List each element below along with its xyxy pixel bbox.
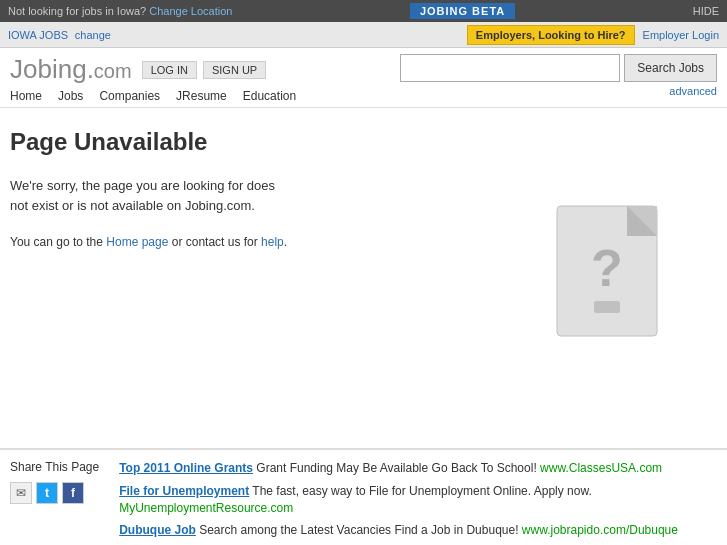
advanced-search-link[interactable]: advanced xyxy=(669,85,717,97)
ad-link-1[interactable]: Top 2011 Online Grants xyxy=(119,461,253,475)
hide-button[interactable]: HIDE xyxy=(693,5,719,17)
auth-links: LOG IN SIGN UP xyxy=(142,61,267,79)
login-button[interactable]: LOG IN xyxy=(142,61,197,79)
content-left: Page Unavailable We're sorry, the page y… xyxy=(10,128,497,428)
ad-link-3[interactable]: Dubuque Job xyxy=(119,523,196,537)
ad-text-1: Grant Funding May Be Available Go Back T… xyxy=(256,461,540,475)
not-looking-text: Not looking for jobs in Iowa? xyxy=(8,5,146,17)
employers-button[interactable]: Employers, Looking to Hire? xyxy=(467,25,635,45)
main-content: Page Unavailable We're sorry, the page y… xyxy=(0,108,727,448)
top-bar: Not looking for jobs in Iowa? Change Loc… xyxy=(0,0,727,22)
sorry-line1: We're sorry, the page you are looking fo… xyxy=(10,178,275,193)
suggestion-mid: or contact us for xyxy=(172,235,258,249)
nav: Home Jobs Companies JResume Education xyxy=(10,89,296,107)
nav-companies[interactable]: Companies xyxy=(99,89,160,103)
nav-jresume[interactable]: JResume xyxy=(176,89,227,103)
ad-text-2: The fast, easy way to File for Unemploym… xyxy=(252,484,592,498)
employer-login-link[interactable]: Employer Login xyxy=(643,29,719,41)
suggestion-text: You can go to the Home page or contact u… xyxy=(10,235,477,249)
logo-com: com xyxy=(94,60,132,82)
ad-item-3: Dubuque Job Search among the Latest Vaca… xyxy=(119,522,717,539)
ad-link-2[interactable]: File for Unemployment xyxy=(119,484,249,498)
share-icons: ✉ t f xyxy=(10,482,99,504)
share-facebook-icon[interactable]: f xyxy=(62,482,84,504)
sorry-line2: not exist or is not available on Jobing.… xyxy=(10,198,255,213)
suggestion-pre: You can go to the xyxy=(10,235,103,249)
share-section: Share This Page ✉ t f xyxy=(10,460,99,545)
search-bar: Search Jobs xyxy=(400,54,717,82)
ads-section: Top 2011 Online Grants Grant Funding May… xyxy=(119,460,717,545)
ad-source-1: www.ClassesUSA.com xyxy=(540,461,662,475)
change-region-link[interactable]: change xyxy=(75,29,111,41)
search-input[interactable] xyxy=(400,54,620,82)
location-bar-left: IOWA JOBS change xyxy=(8,28,111,42)
top-bar-left: Not looking for jobs in Iowa? Change Loc… xyxy=(8,5,232,17)
nav-education[interactable]: Education xyxy=(243,89,296,103)
search-bar-wrapper: Search Jobs advanced xyxy=(400,54,717,98)
share-email-icon[interactable]: ✉ xyxy=(10,482,32,504)
signup-button[interactable]: SIGN UP xyxy=(203,61,266,79)
location-bar: IOWA JOBS change Employers, Looking to H… xyxy=(0,22,727,48)
change-location-link[interactable]: Change Location xyxy=(149,5,232,17)
location-bar-right: Employers, Looking to Hire? Employer Log… xyxy=(467,25,719,45)
region-label: IOWA JOBS xyxy=(8,29,68,41)
sorry-message: We're sorry, the page you are looking fo… xyxy=(10,176,370,215)
jobing-beta-badge: JOBING BETA xyxy=(410,3,515,19)
help-link[interactable]: help xyxy=(261,235,284,249)
page-unavailable-icon: ? xyxy=(537,196,677,371)
ad-item-1: Top 2011 Online Grants Grant Funding May… xyxy=(119,460,717,477)
home-page-link[interactable]: Home page xyxy=(106,235,168,249)
svg-text:?: ? xyxy=(591,239,623,297)
share-twitter-icon[interactable]: t xyxy=(36,482,58,504)
logo-jobing: Jobing xyxy=(10,54,87,84)
suggestion-end: . xyxy=(284,235,287,249)
footer: Share This Page ✉ t f Top 2011 Online Gr… xyxy=(0,449,727,545)
logo-dot: . xyxy=(87,54,94,84)
content-right: ? xyxy=(497,128,717,428)
ad-text-3: Search among the Latest Vacancies Find a… xyxy=(199,523,522,537)
search-jobs-button[interactable]: Search Jobs xyxy=(624,54,717,82)
nav-jobs[interactable]: Jobs xyxy=(58,89,83,103)
page-title: Page Unavailable xyxy=(10,128,477,156)
nav-home[interactable]: Home xyxy=(10,89,42,103)
ad-source-3: www.jobrapido.com/Dubuque xyxy=(522,523,678,537)
logo: Jobing.com xyxy=(10,54,132,85)
share-title: Share This Page xyxy=(10,460,99,474)
ad-source-2: MyUnemploymentResource.com xyxy=(119,501,293,515)
ad-item-2: File for Unemployment The fast, easy way… xyxy=(119,483,717,517)
svg-rect-4 xyxy=(594,301,620,313)
